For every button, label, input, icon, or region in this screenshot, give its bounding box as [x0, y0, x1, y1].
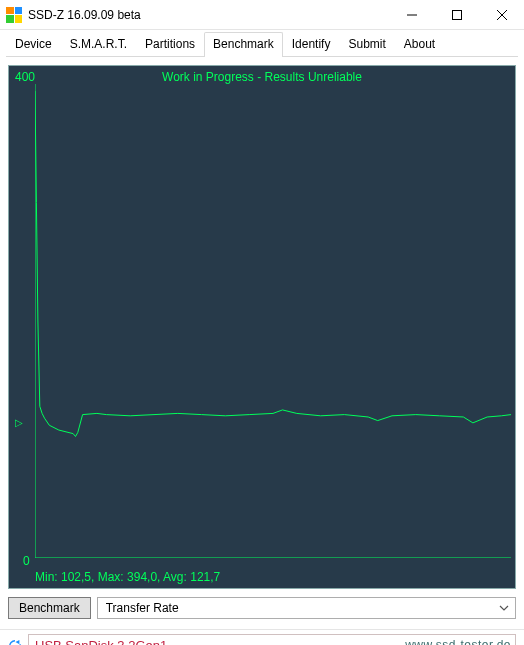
window-controls: [389, 0, 524, 29]
benchmark-button[interactable]: Benchmark: [8, 597, 91, 619]
device-name-box: USB SanDisk 3.2Gen1 www.ssd-tester.de v1…: [28, 634, 516, 645]
tab-about[interactable]: About: [395, 32, 444, 57]
watermark: www.ssd-tester.de v1.1: [405, 638, 511, 645]
statusbar: USB SanDisk 3.2Gen1 www.ssd-tester.de v1…: [0, 629, 524, 645]
tab-identify[interactable]: Identify: [283, 32, 340, 57]
tab-partitions[interactable]: Partitions: [136, 32, 204, 57]
benchmark-mode-value: Transfer Rate: [106, 601, 179, 615]
svg-marker-6: [15, 640, 19, 644]
plot-area: [35, 84, 511, 558]
tab-smart[interactable]: S.M.A.R.T.: [61, 32, 136, 57]
tab-device[interactable]: Device: [6, 32, 61, 57]
y-axis-max: 400: [15, 70, 35, 84]
device-name: USB SanDisk 3.2Gen1: [35, 638, 167, 645]
y-axis-min: 0: [23, 554, 30, 568]
benchmark-mode-select[interactable]: Transfer Rate: [97, 597, 516, 619]
maximize-button[interactable]: [434, 0, 479, 29]
app-icon: [6, 7, 22, 23]
svg-rect-1: [452, 10, 461, 19]
refresh-icon[interactable]: [8, 639, 22, 645]
minimize-button[interactable]: [389, 0, 434, 29]
tab-benchmark[interactable]: Benchmark: [204, 32, 283, 57]
tab-submit[interactable]: Submit: [339, 32, 394, 57]
tab-content: Work in Progress - Results Unreliable 40…: [0, 57, 524, 623]
benchmark-controls: Benchmark Transfer Rate: [8, 597, 516, 619]
benchmark-chart: Work in Progress - Results Unreliable 40…: [8, 65, 516, 589]
tabstrip: Device S.M.A.R.T. Partitions Benchmark I…: [0, 30, 524, 57]
chevron-down-icon: [499, 603, 509, 613]
window-title: SSD-Z 16.09.09 beta: [28, 8, 389, 22]
chart-stats: Min: 102,5, Max: 394,0, Avg: 121,7: [35, 570, 220, 584]
chart-current-marker: ▷: [15, 417, 23, 428]
close-button[interactable]: [479, 0, 524, 29]
chart-title: Work in Progress - Results Unreliable: [9, 70, 515, 84]
titlebar: SSD-Z 16.09.09 beta: [0, 0, 524, 30]
